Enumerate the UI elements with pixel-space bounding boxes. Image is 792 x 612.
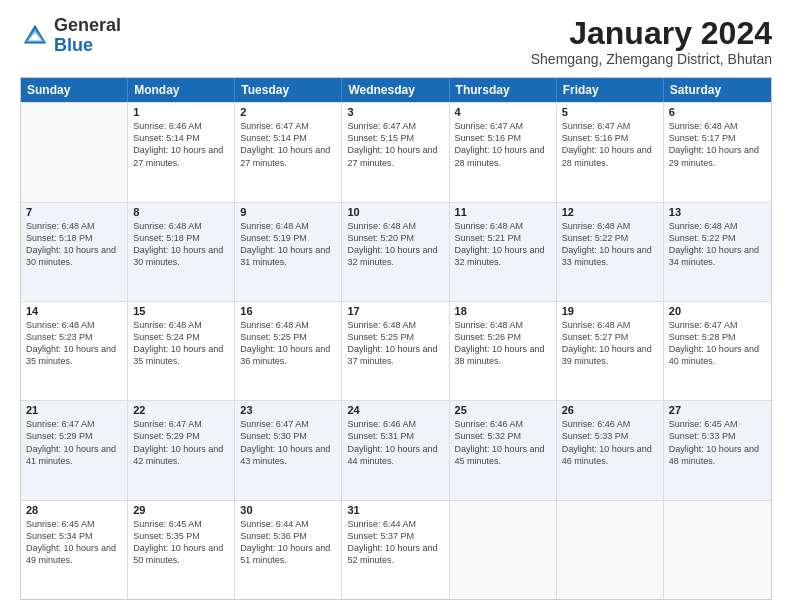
day-number: 23 (240, 404, 336, 416)
calendar-cell: 30Sunrise: 6:44 AM Sunset: 5:36 PM Dayli… (235, 501, 342, 599)
day-number: 30 (240, 504, 336, 516)
calendar-cell: 29Sunrise: 6:45 AM Sunset: 5:35 PM Dayli… (128, 501, 235, 599)
calendar-cell: 20Sunrise: 6:47 AM Sunset: 5:28 PM Dayli… (664, 302, 771, 400)
header: General Blue January 2024 Shemgang, Zhem… (20, 16, 772, 67)
calendar-cell: 26Sunrise: 6:46 AM Sunset: 5:33 PM Dayli… (557, 401, 664, 499)
calendar: SundayMondayTuesdayWednesdayThursdayFrid… (20, 77, 772, 600)
day-number: 26 (562, 404, 658, 416)
day-info: Sunrise: 6:48 AM Sunset: 5:21 PM Dayligh… (455, 220, 551, 269)
day-info: Sunrise: 6:47 AM Sunset: 5:16 PM Dayligh… (455, 120, 551, 169)
calendar-row: 21Sunrise: 6:47 AM Sunset: 5:29 PM Dayli… (21, 400, 771, 499)
day-info: Sunrise: 6:47 AM Sunset: 5:14 PM Dayligh… (240, 120, 336, 169)
calendar-cell: 31Sunrise: 6:44 AM Sunset: 5:37 PM Dayli… (342, 501, 449, 599)
day-info: Sunrise: 6:46 AM Sunset: 5:32 PM Dayligh… (455, 418, 551, 467)
calendar-cell (450, 501, 557, 599)
calendar-cell: 15Sunrise: 6:48 AM Sunset: 5:24 PM Dayli… (128, 302, 235, 400)
day-info: Sunrise: 6:48 AM Sunset: 5:19 PM Dayligh… (240, 220, 336, 269)
day-number: 5 (562, 106, 658, 118)
calendar-cell (557, 501, 664, 599)
day-info: Sunrise: 6:47 AM Sunset: 5:30 PM Dayligh… (240, 418, 336, 467)
location: Shemgang, Zhemgang District, Bhutan (531, 51, 772, 67)
day-info: Sunrise: 6:46 AM Sunset: 5:31 PM Dayligh… (347, 418, 443, 467)
day-info: Sunrise: 6:48 AM Sunset: 5:22 PM Dayligh… (562, 220, 658, 269)
day-info: Sunrise: 6:45 AM Sunset: 5:35 PM Dayligh… (133, 518, 229, 567)
day-number: 14 (26, 305, 122, 317)
day-number: 27 (669, 404, 766, 416)
day-number: 20 (669, 305, 766, 317)
day-info: Sunrise: 6:44 AM Sunset: 5:36 PM Dayligh… (240, 518, 336, 567)
calendar-body: 1Sunrise: 6:46 AM Sunset: 5:14 PM Daylig… (21, 102, 771, 599)
logo-text: General Blue (54, 16, 121, 56)
logo: General Blue (20, 16, 121, 56)
calendar-cell: 4Sunrise: 6:47 AM Sunset: 5:16 PM Daylig… (450, 103, 557, 201)
day-info: Sunrise: 6:47 AM Sunset: 5:16 PM Dayligh… (562, 120, 658, 169)
day-info: Sunrise: 6:48 AM Sunset: 5:18 PM Dayligh… (26, 220, 122, 269)
calendar-cell: 5Sunrise: 6:47 AM Sunset: 5:16 PM Daylig… (557, 103, 664, 201)
day-number: 22 (133, 404, 229, 416)
day-info: Sunrise: 6:48 AM Sunset: 5:26 PM Dayligh… (455, 319, 551, 368)
calendar-cell: 11Sunrise: 6:48 AM Sunset: 5:21 PM Dayli… (450, 203, 557, 301)
calendar-row: 7Sunrise: 6:48 AM Sunset: 5:18 PM Daylig… (21, 202, 771, 301)
day-number: 1 (133, 106, 229, 118)
calendar-cell: 9Sunrise: 6:48 AM Sunset: 5:19 PM Daylig… (235, 203, 342, 301)
calendar-row: 14Sunrise: 6:48 AM Sunset: 5:23 PM Dayli… (21, 301, 771, 400)
weekday-header: Wednesday (342, 78, 449, 102)
day-info: Sunrise: 6:47 AM Sunset: 5:29 PM Dayligh… (133, 418, 229, 467)
day-info: Sunrise: 6:48 AM Sunset: 5:24 PM Dayligh… (133, 319, 229, 368)
calendar-cell: 2Sunrise: 6:47 AM Sunset: 5:14 PM Daylig… (235, 103, 342, 201)
day-number: 15 (133, 305, 229, 317)
calendar-cell: 27Sunrise: 6:45 AM Sunset: 5:33 PM Dayli… (664, 401, 771, 499)
day-info: Sunrise: 6:45 AM Sunset: 5:34 PM Dayligh… (26, 518, 122, 567)
weekday-header: Saturday (664, 78, 771, 102)
calendar-cell: 1Sunrise: 6:46 AM Sunset: 5:14 PM Daylig… (128, 103, 235, 201)
day-number: 10 (347, 206, 443, 218)
calendar-cell: 16Sunrise: 6:48 AM Sunset: 5:25 PM Dayli… (235, 302, 342, 400)
day-info: Sunrise: 6:45 AM Sunset: 5:33 PM Dayligh… (669, 418, 766, 467)
calendar-row: 1Sunrise: 6:46 AM Sunset: 5:14 PM Daylig… (21, 102, 771, 201)
calendar-cell: 10Sunrise: 6:48 AM Sunset: 5:20 PM Dayli… (342, 203, 449, 301)
day-info: Sunrise: 6:48 AM Sunset: 5:27 PM Dayligh… (562, 319, 658, 368)
calendar-cell: 8Sunrise: 6:48 AM Sunset: 5:18 PM Daylig… (128, 203, 235, 301)
weekday-header: Sunday (21, 78, 128, 102)
day-number: 8 (133, 206, 229, 218)
day-number: 29 (133, 504, 229, 516)
day-number: 28 (26, 504, 122, 516)
calendar-cell: 23Sunrise: 6:47 AM Sunset: 5:30 PM Dayli… (235, 401, 342, 499)
weekday-header: Thursday (450, 78, 557, 102)
calendar-cell: 17Sunrise: 6:48 AM Sunset: 5:25 PM Dayli… (342, 302, 449, 400)
day-info: Sunrise: 6:48 AM Sunset: 5:22 PM Dayligh… (669, 220, 766, 269)
day-info: Sunrise: 6:44 AM Sunset: 5:37 PM Dayligh… (347, 518, 443, 567)
calendar-cell: 6Sunrise: 6:48 AM Sunset: 5:17 PM Daylig… (664, 103, 771, 201)
calendar-cell: 12Sunrise: 6:48 AM Sunset: 5:22 PM Dayli… (557, 203, 664, 301)
day-number: 21 (26, 404, 122, 416)
logo-icon (20, 21, 50, 51)
calendar-cell: 22Sunrise: 6:47 AM Sunset: 5:29 PM Dayli… (128, 401, 235, 499)
day-number: 7 (26, 206, 122, 218)
day-number: 12 (562, 206, 658, 218)
day-number: 2 (240, 106, 336, 118)
day-number: 25 (455, 404, 551, 416)
day-info: Sunrise: 6:48 AM Sunset: 5:18 PM Dayligh… (133, 220, 229, 269)
day-number: 19 (562, 305, 658, 317)
day-number: 6 (669, 106, 766, 118)
weekday-header: Friday (557, 78, 664, 102)
month-year: January 2024 (531, 16, 772, 51)
day-info: Sunrise: 6:48 AM Sunset: 5:17 PM Dayligh… (669, 120, 766, 169)
calendar-cell: 21Sunrise: 6:47 AM Sunset: 5:29 PM Dayli… (21, 401, 128, 499)
day-number: 13 (669, 206, 766, 218)
calendar-row: 28Sunrise: 6:45 AM Sunset: 5:34 PM Dayli… (21, 500, 771, 599)
day-info: Sunrise: 6:47 AM Sunset: 5:28 PM Dayligh… (669, 319, 766, 368)
day-info: Sunrise: 6:46 AM Sunset: 5:33 PM Dayligh… (562, 418, 658, 467)
day-number: 9 (240, 206, 336, 218)
day-number: 31 (347, 504, 443, 516)
weekday-header: Tuesday (235, 78, 342, 102)
day-info: Sunrise: 6:46 AM Sunset: 5:14 PM Dayligh… (133, 120, 229, 169)
day-number: 24 (347, 404, 443, 416)
weekday-header: Monday (128, 78, 235, 102)
calendar-cell: 7Sunrise: 6:48 AM Sunset: 5:18 PM Daylig… (21, 203, 128, 301)
calendar-header: SundayMondayTuesdayWednesdayThursdayFrid… (21, 78, 771, 102)
day-number: 3 (347, 106, 443, 118)
day-number: 17 (347, 305, 443, 317)
day-info: Sunrise: 6:47 AM Sunset: 5:29 PM Dayligh… (26, 418, 122, 467)
day-number: 11 (455, 206, 551, 218)
